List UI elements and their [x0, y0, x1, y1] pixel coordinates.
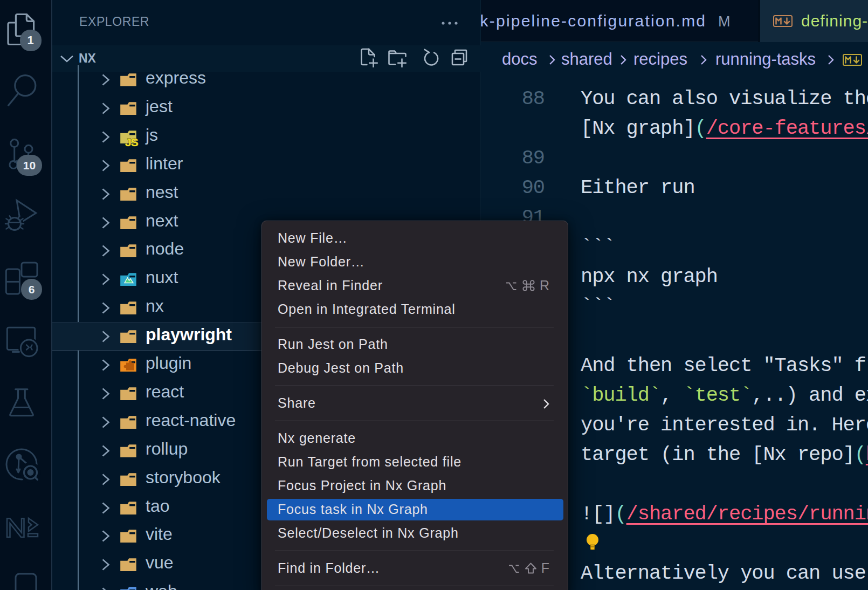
svg-text:JS: JS: [125, 136, 139, 148]
